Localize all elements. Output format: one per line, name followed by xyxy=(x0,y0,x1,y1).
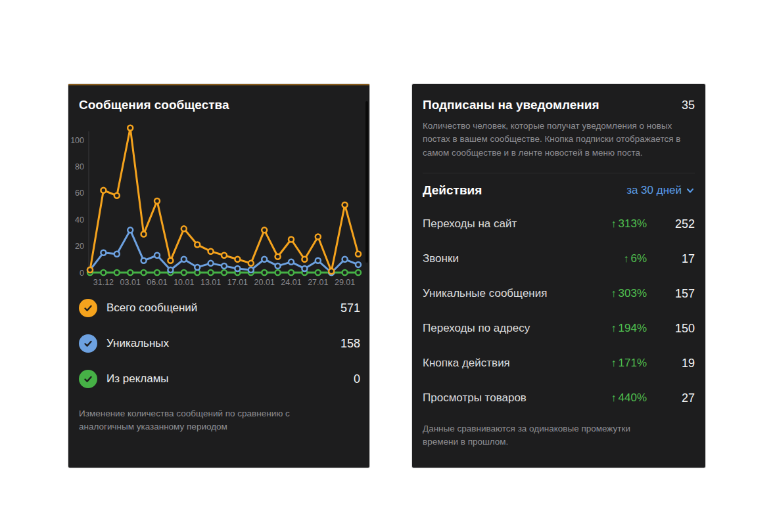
data-point xyxy=(195,242,200,248)
data-point xyxy=(168,258,173,263)
subscribed-row: Подписаны на уведомления 35 xyxy=(412,84,705,113)
x-tick-label: 13.01 xyxy=(200,278,221,287)
data-point xyxy=(248,261,254,266)
data-point xyxy=(316,258,321,263)
check-circle-icon xyxy=(79,370,97,388)
x-tick-label: 27.01 xyxy=(308,278,328,287)
data-point xyxy=(289,259,294,265)
action-label: Переходы по адресу xyxy=(423,322,574,335)
action-row-calls: Звонки ↑6% 17 xyxy=(412,242,705,277)
action-delta: ↑303% xyxy=(574,287,647,300)
data-point xyxy=(114,193,120,198)
data-point xyxy=(154,253,160,258)
legend-label: Всего сообщений xyxy=(106,301,340,315)
data-point xyxy=(316,234,321,239)
actions-footnote: Данные сравниваются за одинаковые промеж… xyxy=(412,416,670,449)
x-tick-label: 06.01 xyxy=(147,278,167,287)
data-point xyxy=(262,227,267,233)
action-label: Кнопка действия xyxy=(423,357,574,370)
y-tick-label: 60 xyxy=(75,188,84,198)
data-point xyxy=(141,258,147,263)
legend-item-ads[interactable]: Из рекламы 0 xyxy=(68,361,369,397)
data-point xyxy=(154,270,160,275)
chevron-down-icon xyxy=(686,186,695,195)
subscribed-description: Количество человек, которые получат увед… xyxy=(412,113,696,160)
card-title: Сообщения сообщества xyxy=(68,84,369,113)
data-point xyxy=(128,227,133,233)
statistics-page: Сообщения сообщества 02040608010031.1203… xyxy=(0,0,773,532)
arrow-up-icon: ↑ xyxy=(611,357,617,368)
series-line-0 xyxy=(90,128,358,271)
arrow-up-icon: ↑ xyxy=(611,392,617,403)
scrollbar-thumb[interactable] xyxy=(365,101,368,263)
action-delta: ↑171% xyxy=(574,357,647,370)
period-dropdown[interactable]: за 30 дней xyxy=(626,184,695,197)
action-row-site-visits: Переходы на сайт ↑313% 252 xyxy=(412,207,705,242)
checkmark-icon xyxy=(83,303,93,313)
data-point xyxy=(222,253,227,258)
action-delta: ↑440% xyxy=(574,391,647,405)
data-point xyxy=(342,270,348,275)
action-row-address-clicks: Переходы по адресу ↑194% 150 xyxy=(412,311,705,346)
data-point xyxy=(235,266,240,271)
y-tick-label: 80 xyxy=(75,162,84,171)
data-point xyxy=(275,254,281,259)
y-tick-label: 40 xyxy=(75,215,84,225)
x-tick-label: 10.01 xyxy=(174,278,194,287)
data-point xyxy=(195,270,200,275)
x-tick-label: 03.01 xyxy=(120,278,141,287)
action-value: 17 xyxy=(647,252,695,266)
action-row-product-views: Просмотры товаров ↑440% 27 xyxy=(412,381,705,416)
data-point xyxy=(262,270,267,275)
data-point xyxy=(222,270,227,275)
data-point xyxy=(356,262,361,267)
y-tick-label: 0 xyxy=(80,269,84,278)
data-point xyxy=(329,269,334,274)
check-circle-icon xyxy=(79,334,97,353)
arrow-up-icon: ↑ xyxy=(611,322,617,334)
chart-footnote: Изменение количества сообщений по сравне… xyxy=(68,397,339,433)
community-messages-card: Сообщения сообщества 02040608010031.1203… xyxy=(68,84,369,468)
data-point xyxy=(342,257,348,262)
data-point xyxy=(222,263,227,269)
subscribed-value: 35 xyxy=(682,99,695,112)
data-point xyxy=(289,237,294,242)
data-point xyxy=(275,263,281,269)
period-label: за 30 дней xyxy=(626,184,682,197)
actions-section-header: Действия за 30 дней xyxy=(412,173,705,199)
x-tick-label: 24.01 xyxy=(281,278,301,287)
legend-label: Уникальных xyxy=(106,337,340,350)
data-point xyxy=(101,250,106,255)
action-value: 27 xyxy=(647,391,695,405)
actions-title: Действия xyxy=(423,183,482,198)
legend-value: 158 xyxy=(340,337,360,351)
actions-card: Подписаны на уведомления 35 Количество ч… xyxy=(412,84,705,468)
arrow-up-icon: ↑ xyxy=(611,288,617,299)
action-delta: ↑313% xyxy=(574,217,647,231)
checkmark-icon xyxy=(83,374,93,384)
x-tick-label: 20.01 xyxy=(254,278,275,287)
data-point xyxy=(356,252,361,257)
messages-chart-svg: 02040608010031.1203.0106.0110.0113.0117.… xyxy=(68,125,369,290)
legend-value: 571 xyxy=(340,301,360,315)
data-point xyxy=(356,270,361,275)
data-point xyxy=(114,270,120,275)
data-point xyxy=(181,226,187,231)
data-point xyxy=(302,266,307,271)
data-point xyxy=(154,198,160,204)
data-point xyxy=(289,270,294,275)
legend-label: Из рекламы xyxy=(106,372,354,386)
legend-item-unique[interactable]: Уникальных 158 xyxy=(68,326,369,361)
data-point xyxy=(195,265,200,270)
data-point xyxy=(128,270,133,275)
data-point xyxy=(87,267,93,273)
arrow-up-icon: ↑ xyxy=(611,218,617,229)
data-point xyxy=(316,270,321,275)
legend-item-total[interactable]: Всего сообщений 571 xyxy=(68,290,369,326)
data-point xyxy=(275,270,281,275)
data-point xyxy=(302,257,307,262)
data-point xyxy=(128,125,133,131)
data-point xyxy=(208,249,214,254)
action-row-action-button: Кнопка действия ↑171% 19 xyxy=(412,346,705,381)
action-delta: ↑194% xyxy=(574,322,647,335)
